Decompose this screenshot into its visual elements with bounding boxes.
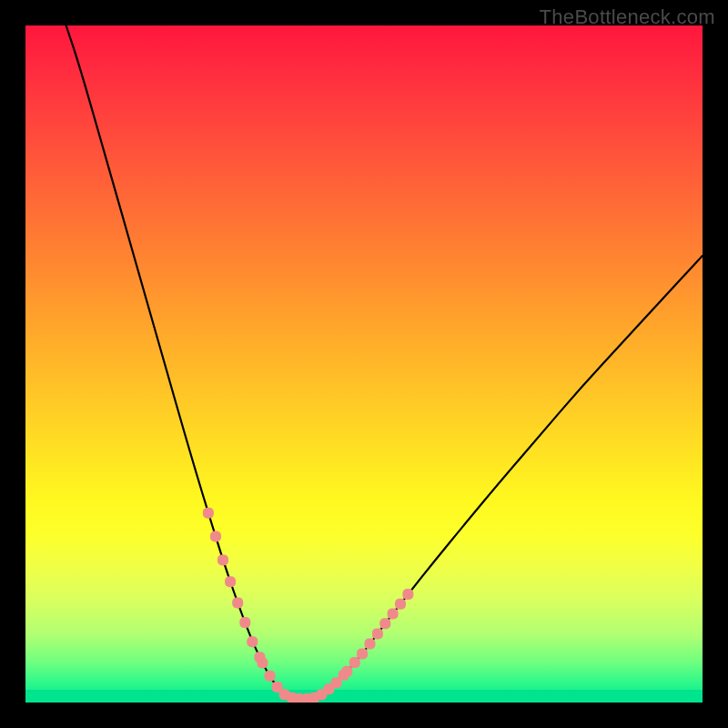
curve-marker [341,666,352,677]
curve-marker [225,576,236,587]
curve-marker [210,531,221,542]
curve-marker [217,554,228,565]
chart-frame: TheBottleneck.com [0,0,728,728]
curve-marker [365,639,376,650]
curve-marker [395,599,406,610]
curve-markers [203,508,414,703]
curve-marker [402,589,413,600]
curve-marker [265,671,276,682]
curve-marker [349,657,360,668]
curve-svg [25,25,703,703]
curve-marker [388,609,399,620]
curve-marker [203,508,214,519]
curve-marker [232,597,243,608]
curve-marker [357,648,368,659]
curve-marker [239,617,250,628]
plot-area [25,25,703,703]
watermark-text: TheBottleneck.com [540,5,715,29]
curve-marker [247,636,258,647]
curve-marker [257,658,268,669]
curve-line [66,25,703,699]
curve-marker [372,628,383,639]
curve-marker [379,618,390,629]
